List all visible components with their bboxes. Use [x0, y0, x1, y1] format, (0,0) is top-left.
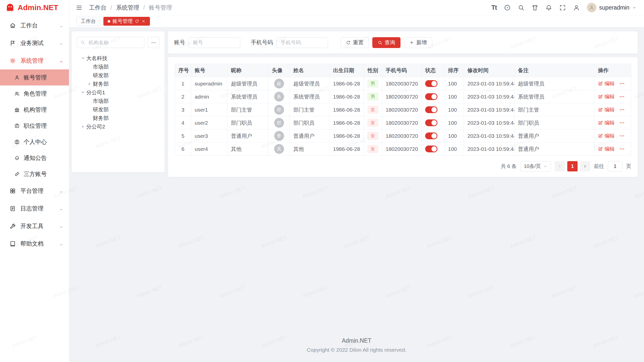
- org-search-input[interactable]: [77, 37, 144, 48]
- menu-label: 个人中心: [24, 138, 47, 146]
- tab-account-mgmt[interactable]: 账号管理: [103, 17, 150, 26]
- account-filter-input[interactable]: [189, 37, 240, 48]
- status-toggle[interactable]: [425, 146, 437, 152]
- sidebar-item-system-mgmt[interactable]: 系统管理: [0, 52, 69, 69]
- cell-account: admin: [191, 90, 227, 103]
- reset-button[interactable]: 重置: [341, 37, 369, 48]
- menu-label: 角色管理: [24, 90, 47, 98]
- status-toggle[interactable]: [425, 119, 437, 126]
- cell-actions: 编辑: [594, 129, 631, 143]
- hamburger-icon[interactable]: [76, 4, 83, 11]
- edit-button[interactable]: 编辑: [598, 93, 615, 100]
- more-actions-button[interactable]: [619, 94, 625, 100]
- tree-node-rd-dept-2[interactable]: 研发部: [77, 105, 159, 114]
- caret-right-icon[interactable]: [86, 81, 93, 87]
- goto-page-input[interactable]: [608, 161, 622, 171]
- cell-modified: 2023-01-03 10:59:44: [464, 77, 514, 90]
- cell-sort: 100: [445, 143, 464, 156]
- more-actions-button[interactable]: [619, 107, 625, 113]
- more-actions-button[interactable]: [619, 81, 625, 86]
- sidebar-subitem-org-mgmt[interactable]: 机构管理: [0, 102, 69, 118]
- sidebar-item-help-docs[interactable]: 帮助文档: [0, 235, 69, 252]
- sidebar-subitem-position-mgmt[interactable]: 职位管理: [0, 118, 69, 134]
- status-toggle[interactable]: [425, 93, 437, 100]
- tab-workbench[interactable]: 工作台: [76, 17, 100, 26]
- reset-button-label: 重置: [353, 39, 364, 46]
- app-logo[interactable]: Admin.NET: [0, 0, 69, 15]
- breadcrumb-item-system[interactable]: 系统管理: [116, 4, 139, 12]
- breadcrumb-item-current: 账号管理: [149, 4, 172, 12]
- sidebar-subitem-third-party-account[interactable]: 三方账号: [0, 166, 69, 182]
- cell-nickname: 超级管理员: [227, 77, 268, 90]
- status-toggle[interactable]: [425, 132, 437, 139]
- sidebar-item-workbench[interactable]: 工作台: [0, 17, 69, 34]
- cell-gender: 男: [364, 77, 382, 90]
- status-toggle[interactable]: [425, 80, 437, 87]
- edit-button[interactable]: 编辑: [598, 80, 615, 87]
- tree-node-rd-dept-1[interactable]: 研发部: [77, 71, 159, 80]
- filter-bar: 账号 手机号码 重置 查询: [168, 31, 638, 54]
- next-page-button[interactable]: [580, 161, 590, 171]
- edit-button[interactable]: 编辑: [598, 106, 615, 113]
- tree-node-finance-dept-1[interactable]: 财务部: [77, 80, 159, 88]
- user-dropdown[interactable]: superadmin: [587, 3, 636, 12]
- search-button-label: 查询: [385, 39, 395, 46]
- link-icon: [14, 171, 20, 177]
- caret-right-icon[interactable]: [80, 124, 86, 129]
- more-actions-button[interactable]: [619, 133, 625, 139]
- tree-node-market-dept-1[interactable]: 市场部: [77, 63, 159, 71]
- goto-label: 前往: [594, 163, 604, 170]
- menu-label: 账号管理: [24, 74, 47, 81]
- more-actions-button[interactable]: [619, 120, 625, 126]
- sidebar-item-platform-mgmt[interactable]: 平台管理: [0, 182, 69, 200]
- theme-icon[interactable]: [504, 4, 511, 11]
- sidebar-subitem-role-mgmt[interactable]: 角色管理: [0, 85, 69, 102]
- notification-bell-icon[interactable]: [545, 4, 552, 11]
- tree-node-branch-2[interactable]: 分公司2: [77, 122, 159, 131]
- menu-label: 工作台: [20, 22, 38, 29]
- tree-node-finance-dept-2[interactable]: 财务部: [77, 114, 159, 122]
- tab-refresh-icon[interactable]: [135, 19, 139, 23]
- sidebar-item-dev-tools[interactable]: 开发工具: [0, 217, 69, 235]
- skin-theme-icon[interactable]: [532, 4, 538, 11]
- cell-name: 部门职员: [290, 116, 330, 129]
- tree-node-branch-1[interactable]: 分公司1: [77, 88, 159, 97]
- sidebar-subitem-notice[interactable]: 通知公告: [0, 150, 69, 166]
- sidebar-subitem-personal-center[interactable]: 个人中心: [0, 134, 69, 150]
- row-avatar: 部: [274, 105, 284, 115]
- column-header-0: 序号: [175, 64, 191, 77]
- edit-button[interactable]: 编辑: [598, 146, 615, 152]
- caret-down-icon[interactable]: [80, 56, 86, 61]
- phone-filter-input[interactable]: [276, 37, 328, 48]
- search-button[interactable]: 查询: [372, 37, 400, 48]
- status-toggle[interactable]: [425, 106, 437, 113]
- toggle-knob: [431, 81, 437, 86]
- table-row-user1: 3user1部门主管部部门主管1986-06-28女18020030720100…: [175, 103, 631, 116]
- tree-node-daming-tech[interactable]: 大名科技: [77, 54, 159, 63]
- font-size-icon[interactable]: Tt: [491, 5, 497, 11]
- global-search-icon[interactable]: [518, 4, 525, 11]
- fullscreen-icon[interactable]: [559, 4, 566, 11]
- gender-tag: 男: [368, 80, 378, 87]
- breadcrumb-item-workbench[interactable]: 工作台: [89, 4, 106, 12]
- tab-close-icon[interactable]: [141, 19, 146, 23]
- sidebar-subitem-account-mgmt[interactable]: 账号管理: [0, 69, 69, 85]
- cell-account: superadmin: [191, 77, 227, 90]
- sidebar-item-log-mgmt[interactable]: 日志管理: [0, 200, 69, 217]
- tree-node-market-dept-2[interactable]: 市场部: [77, 97, 159, 105]
- profile-icon[interactable]: [573, 4, 580, 11]
- prev-page-button[interactable]: [555, 161, 565, 171]
- cell-modified: 2023-01-03 10:59:44: [464, 90, 514, 103]
- page-size-select[interactable]: 10条/页: [520, 161, 551, 171]
- sidebar-item-business-test[interactable]: 业务测试: [0, 34, 69, 52]
- tree-more-button[interactable]: [148, 37, 159, 48]
- cell-account: user1: [191, 103, 227, 116]
- edit-button[interactable]: 编辑: [598, 132, 615, 139]
- more-actions-button[interactable]: [619, 146, 625, 152]
- page-1-button[interactable]: 1: [567, 161, 578, 171]
- edit-button[interactable]: 编辑: [598, 119, 615, 126]
- add-button[interactable]: 新增: [404, 37, 432, 48]
- cell-birthdate: 1986-06-28: [330, 143, 364, 156]
- cell-birthdate: 1986-06-28: [330, 77, 364, 90]
- caret-down-icon[interactable]: [80, 90, 86, 95]
